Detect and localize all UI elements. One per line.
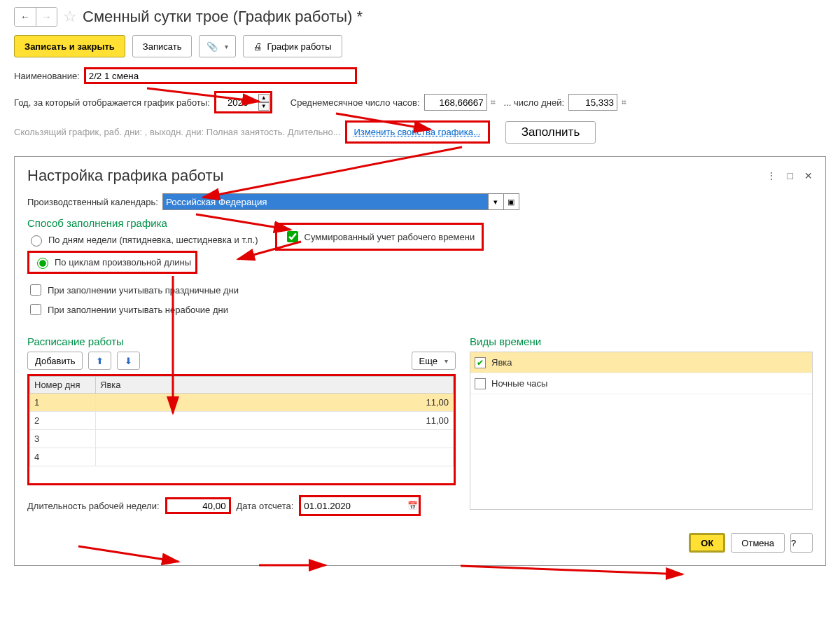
schedule-summary-text: Скользящий график, раб. дни: , выходн. д… bbox=[14, 127, 341, 137]
add-row-button[interactable]: Добавить bbox=[27, 352, 83, 370]
more-button[interactable]: Еще bbox=[412, 352, 456, 370]
avg-hours-label: Среднемесячное число часов: bbox=[290, 97, 420, 108]
year-input[interactable] bbox=[217, 95, 259, 109]
schedule-table[interactable]: Номер дня Явка 111,00211,0034 bbox=[29, 376, 454, 466]
week-length-label: Длительность рабочей недели: bbox=[27, 501, 160, 511]
checkbox-holidays[interactable]: При заполнении учитывать праздничные дни bbox=[27, 282, 258, 298]
print-schedule-label: График работы bbox=[267, 41, 331, 52]
col-attendance-header[interactable]: Явка bbox=[96, 377, 454, 394]
timetype-label: Явка bbox=[491, 357, 512, 368]
name-input[interactable] bbox=[84, 67, 357, 84]
printer-icon: 🖨 bbox=[253, 41, 262, 52]
schedule-heading: Расписание работы bbox=[27, 335, 456, 347]
ok-button[interactable]: ОК bbox=[689, 533, 725, 553]
checkbox-summed[interactable]: Суммированный учет рабочего времени bbox=[275, 223, 484, 251]
name-label: Наименование: bbox=[14, 71, 80, 81]
calculator-icon[interactable]: ⌗ bbox=[487, 95, 500, 110]
day-number-cell: 1 bbox=[30, 394, 96, 412]
print-schedule-button[interactable]: 🖨 График работы bbox=[243, 35, 342, 57]
move-down-button[interactable]: ⬇ bbox=[117, 352, 140, 370]
attendance-cell: 11,00 bbox=[96, 412, 454, 430]
checkbox-icon[interactable] bbox=[475, 378, 486, 389]
close-icon[interactable]: ✕ bbox=[804, 170, 813, 181]
maximize-icon[interactable]: □ bbox=[788, 170, 793, 181]
table-row[interactable]: 111,00 bbox=[30, 394, 454, 412]
checkbox-icon[interactable]: ✔ bbox=[475, 357, 486, 368]
calendar-label: Производственный календарь: bbox=[27, 197, 158, 207]
timetypes-list[interactable]: ✔ЯвкаНочные часы bbox=[470, 352, 813, 510]
year-up-button[interactable]: ▲ bbox=[258, 94, 270, 102]
radio-cycles-label: По циклам произвольной длины bbox=[55, 257, 191, 268]
nav-arrows: ← → bbox=[14, 7, 57, 27]
move-up-button[interactable]: ⬆ bbox=[88, 352, 111, 370]
page-title: Сменный сутки трое (График работы) * bbox=[83, 8, 363, 26]
start-date-input[interactable] bbox=[301, 497, 406, 514]
cancel-button[interactable]: Отмена bbox=[731, 533, 785, 553]
table-row[interactable]: 4 bbox=[30, 448, 454, 466]
save-and-close-button[interactable]: Записать и закрыть bbox=[14, 35, 125, 57]
arrow-up-icon: ⬆ bbox=[96, 356, 104, 366]
change-properties-link[interactable]: Изменить свойства графика... bbox=[345, 120, 490, 144]
fill-button[interactable]: Заполнить bbox=[505, 121, 596, 144]
checkbox-holidays-label: При заполнении учитывать праздничные дни bbox=[48, 285, 239, 296]
day-number-cell: 2 bbox=[30, 412, 96, 430]
save-button[interactable]: Записать bbox=[132, 35, 192, 57]
attendance-cell bbox=[96, 430, 454, 448]
fill-method-heading: Способ заполнения графика bbox=[27, 217, 258, 229]
table-row[interactable]: 211,00 bbox=[30, 412, 454, 430]
start-date-label: Дата отсчета: bbox=[237, 501, 294, 511]
year-down-button[interactable]: ▼ bbox=[258, 102, 270, 111]
radio-weekdays[interactable]: По дням недели (пятидневка, шестидневка … bbox=[27, 233, 258, 247]
kebab-menu-icon[interactable]: ⋮ bbox=[766, 170, 776, 181]
schedule-settings-panel: Настройка графика работы ⋮ □ ✕ Производс… bbox=[14, 156, 826, 566]
help-button[interactable]: ? bbox=[790, 533, 813, 553]
table-row[interactable]: 3 bbox=[30, 430, 454, 448]
day-number-cell: 3 bbox=[30, 430, 96, 448]
avg-hours-output bbox=[424, 94, 487, 111]
favorite-star-icon[interactable]: ☆ bbox=[63, 8, 77, 26]
nav-back-button[interactable]: ← bbox=[15, 8, 36, 26]
calculator-icon[interactable]: ⌗ bbox=[617, 95, 630, 110]
attendance-cell bbox=[96, 448, 454, 466]
settings-title: Настройка графика работы bbox=[27, 167, 223, 185]
col-day-header[interactable]: Номер дня bbox=[30, 377, 96, 394]
checkbox-summed-label: Суммированный учет рабочего времени bbox=[304, 232, 475, 242]
year-label: Год, за который отображается график рабо… bbox=[14, 97, 210, 108]
week-length-input[interactable] bbox=[165, 497, 231, 514]
attachments-button[interactable]: 📎 bbox=[199, 35, 236, 57]
avg-days-output bbox=[568, 94, 617, 111]
timetype-row[interactable]: ✔Явка bbox=[470, 352, 812, 373]
radio-cycles[interactable]: По циклам произвольной длины bbox=[27, 251, 197, 274]
timetype-row[interactable]: Ночные часы bbox=[470, 373, 812, 394]
timetypes-heading: Виды времени bbox=[470, 335, 813, 347]
calendar-combo-input[interactable] bbox=[163, 194, 488, 209]
svg-line-6 bbox=[461, 566, 682, 574]
checkbox-nonworking-label: При заполнении учитывать нерабочие дни bbox=[48, 305, 228, 315]
timetype-label: Ночные часы bbox=[491, 378, 547, 389]
calendar-combo-open-button[interactable]: ▣ bbox=[503, 194, 519, 209]
radio-weekdays-label: По дням недели (пятидневка, шестидневка … bbox=[48, 235, 258, 245]
calendar-combo-dropdown-button[interactable]: ▾ bbox=[488, 194, 503, 209]
paperclip-icon: 📎 bbox=[206, 41, 218, 52]
arrow-down-icon: ⬇ bbox=[125, 356, 132, 366]
attendance-cell: 11,00 bbox=[96, 394, 454, 412]
calendar-icon[interactable]: 📅 bbox=[406, 498, 419, 513]
nav-fwd-button[interactable]: → bbox=[36, 8, 57, 26]
checkbox-nonworking[interactable]: При заполнении учитывать нерабочие дни bbox=[27, 302, 258, 317]
avg-days-label: ... число дней: bbox=[504, 97, 564, 108]
day-number-cell: 4 bbox=[30, 448, 96, 466]
